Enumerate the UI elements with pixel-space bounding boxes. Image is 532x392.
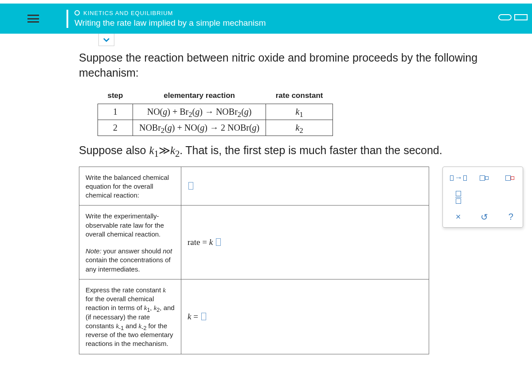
reaction-1: NO(g) + Br2(g) → NOBr2(g): [133, 104, 266, 120]
header-bar: KINETICS AND EQUILIBRIUM Writing the rat…: [0, 4, 532, 34]
input-box[interactable]: [188, 182, 193, 190]
mechanism-table: step elementary reaction rate constant 1…: [98, 89, 333, 136]
condition-text: Suppose also k1≫k2. That is, the first s…: [79, 144, 524, 157]
breadcrumb: KINETICS AND EQUILIBRIUM: [74, 10, 266, 16]
tool-help[interactable]: ?: [503, 210, 519, 224]
tool-clear[interactable]: ×: [450, 210, 466, 224]
pill-icon[interactable]: [498, 14, 512, 20]
math-toolbox: → × ↺ ?: [442, 167, 523, 228]
tool-reaction-arrow[interactable]: →: [450, 171, 467, 185]
table-row: 1 NO(g) + Br2(g) → NOBr2(g) k1: [98, 104, 333, 120]
answer-rate-constant[interactable]: k =: [181, 279, 429, 354]
square-icon[interactable]: [514, 14, 528, 20]
col-rate: rate constant: [266, 89, 333, 104]
window-controls: [498, 14, 528, 22]
tool-undo[interactable]: ↺: [476, 210, 493, 224]
answer-rate-law[interactable]: rate = k: [181, 206, 429, 279]
breadcrumb-text: KINETICS AND EQUILIBRIUM: [83, 10, 173, 16]
hamburger-icon: [27, 15, 39, 23]
intro-text: Suppose the reaction between nitric oxid…: [79, 50, 522, 81]
menu-button[interactable]: [0, 15, 66, 23]
prompt-rate-law: Write the experimentally-observable rate…: [79, 206, 181, 279]
table-row: 2 NOBr2(g) + NO(g) → 2 NOBr(g) k2: [98, 120, 333, 136]
tool-subscript[interactable]: [476, 171, 493, 185]
prompt-rate-constant: Express the rate constant k for the over…: [79, 279, 181, 354]
answer-table: Write the balanced chemical equation for…: [79, 167, 429, 354]
expand-toggle[interactable]: [98, 34, 114, 46]
col-step: step: [98, 89, 133, 104]
circle-icon: [74, 10, 80, 16]
input-box[interactable]: [216, 238, 221, 246]
col-reaction: elementary reaction: [133, 89, 266, 104]
tool-fraction[interactable]: [450, 191, 467, 204]
page-title: Writing the rate law implied by a simple…: [74, 18, 266, 28]
chevron-down-icon: [103, 36, 110, 43]
reaction-2: NOBr2(g) + NO(g) → 2 NOBr(g): [133, 120, 266, 136]
k2: k2: [266, 120, 333, 136]
step-2: 2: [98, 120, 133, 136]
tool-superscript[interactable]: [501, 171, 518, 185]
k1: k1: [266, 104, 333, 120]
prompt-overall-eq: Write the balanced chemical equation for…: [79, 167, 181, 206]
step-1: 1: [98, 104, 133, 120]
input-box[interactable]: [201, 313, 206, 320]
answer-overall-eq[interactable]: [181, 167, 429, 206]
